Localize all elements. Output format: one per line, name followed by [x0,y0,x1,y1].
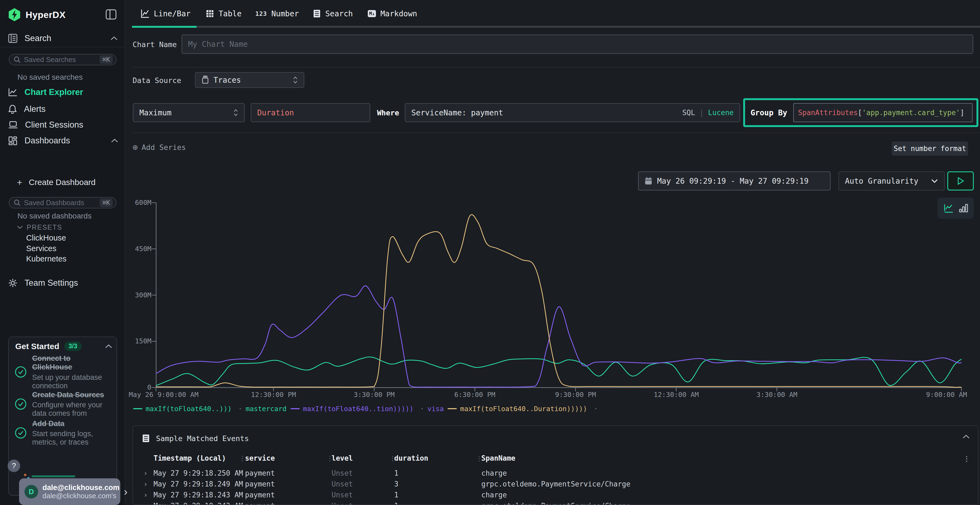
legend-item[interactable]: mastercard [245,405,286,413]
event-cell: charge [481,469,507,477]
column-resize-handle[interactable]: ⋮ [389,455,396,462]
database-icon [202,76,209,84]
set-number-format-button[interactable]: Set number format [892,141,968,156]
legend-item[interactable]: maxIf(toFloat640..))) [146,405,232,413]
expand-row-icon[interactable]: › [143,502,148,505]
user-menu[interactable]: D dale@clickhouse.com dale@clickhouse.co… [19,478,120,505]
date-range-input[interactable]: May 26 09:29:19 - May 27 09:29:19 [638,172,830,191]
tab-label: Line/Bar [154,9,191,18]
tab-line-bar[interactable]: Line/Bar [141,6,191,21]
column-resize-handle[interactable]: ⋮ [239,455,245,462]
event-row[interactable]: ›May 27 9:29:18.249 AMpaymentUnset3grpc.… [133,480,978,490]
search-icon [14,199,21,206]
calendar-icon [644,177,652,185]
run-query-button[interactable] [947,172,974,191]
chart-legend: maxIf(toFloat640..)))·mastercardmaxIf(to… [132,403,601,414]
event-cell: payment [245,502,275,505]
tab-underline-track [132,26,980,28]
x-tick-label: 6:30:00 PM [454,391,495,399]
x-tick-label: 12:30:00 AM [654,391,699,399]
tab-label: Table [219,9,242,18]
sidebar-item-team-settings[interactable]: Team Settings [8,276,78,289]
event-cell: Unset [332,469,353,477]
preset-kubernetes[interactable]: Kubernetes [26,253,67,264]
app-title: HyperDX [25,10,65,20]
chevron-up-icon[interactable] [111,138,118,143]
legend-item[interactable]: visa [427,405,444,413]
sidebar-item-search[interactable]: Search [8,32,118,44]
sidebar-item-dashboards[interactable]: Dashboards [8,134,118,147]
sidebar-item-alerts[interactable]: Alerts [8,103,118,116]
series-line-visa[interactable] [156,286,961,387]
event-row[interactable]: ›May 27 9:29:18.243 AMpaymentUnset1charg… [133,490,978,501]
checklist-item-datasources[interactable]: Create Data Sources Configure where your… [15,391,113,418]
column-header-service[interactable]: service [245,454,275,462]
expand-row-icon[interactable]: › [143,491,148,499]
aggregation-select[interactable]: Maximum [133,103,245,122]
tab-label: Markdown [380,9,417,18]
where-input[interactable]: ServiceName: payment SQL | Lucene [405,103,740,122]
avatar: D [24,485,38,499]
column-resize-handle[interactable]: ⋮ [476,455,482,462]
help-button[interactable]: ? [8,460,20,472]
event-cell: 1 [394,469,399,477]
expand-row-icon[interactable]: › [143,480,148,488]
expand-row-icon[interactable]: › [143,469,148,477]
column-header-timestamp-local-[interactable]: Timestamp (Local) [154,454,226,462]
preset-services[interactable]: Services [26,243,56,254]
no-saved-searches-text: No saved searches [18,73,83,82]
column-header-spanname[interactable]: SpanName [481,454,515,462]
granularity-select[interactable]: Auto Granularity [838,172,945,191]
preset-clickhouse[interactable]: ClickHouse [26,232,66,243]
saved-searches-input[interactable]: Saved Searches ⌘K [9,54,116,65]
collapse-events-icon[interactable] [963,435,970,439]
select-chevrons-icon [233,109,238,116]
presets-toggle[interactable]: PRESETS [17,222,62,232]
tab-markdown[interactable]: M↓ Markdown [368,6,417,21]
tab-active-indicator [132,26,197,28]
sidebar-item-client-sessions[interactable]: Client Sessions [8,118,118,132]
user-org: dale@clickhouse.com's [43,492,119,500]
bell-icon [8,105,17,114]
event-row[interactable]: ›May 27 9:29:18.243 AMpaymentUnset1grpc.… [133,501,978,505]
column-header-level[interactable]: level [332,454,353,462]
create-dashboard-button[interactable]: + Create Dashboard [17,176,95,188]
add-series-label: Add Series [142,143,186,152]
event-row[interactable]: ›May 27 9:29:18.250 AMpaymentUnset1charg… [133,468,978,480]
timeseries-chart[interactable] [156,203,961,393]
chart-name-input[interactable]: My Chart Name [181,35,973,54]
search-list-icon [313,9,321,18]
add-series-button[interactable]: ⊕ Add Series [132,141,186,154]
tab-search[interactable]: Search [313,6,353,21]
sample-matched-events-panel: Sample Matched Events Timestamp (Local)s… [132,425,978,505]
column-resize-handle[interactable]: ⋮ [327,455,333,462]
line-chart-icon [141,9,150,18]
where-value: ServiceName: payment [411,108,503,117]
event-cell: payment [245,469,275,477]
lucene-mode-button[interactable]: Lucene [708,108,733,117]
legend-item[interactable]: maxIf(toFloat640..tion))))) [303,405,414,413]
lang-divider: | [699,108,704,117]
chevron-up-icon[interactable] [105,344,112,349]
checklist-item-connect[interactable]: Connect to ClickHouse Set up your databa… [15,354,113,390]
tab-number[interactable]: 123 Number [255,6,299,21]
search-section-icon [8,34,18,43]
data-source-select[interactable]: Traces [195,72,304,88]
x-tick-label: 12:30:00 PM [251,391,296,399]
saved-dashboards-input[interactable]: Saved Dashboards ⌘K [9,197,116,208]
chevron-up-icon[interactable] [111,36,118,41]
column-header-duration[interactable]: duration [394,454,428,462]
aggregation-value: Maximum [139,108,172,117]
table-menu-icon[interactable]: ⋮ [963,455,970,463]
x-tick-label: 3:30:00 AM [757,391,798,399]
group-by-function: SpanAttributes [798,108,858,117]
legend-item[interactable]: maxIf(toFloat640..Duration))))) [460,405,587,413]
checklist-item-add-data[interactable]: Add Data Start sending logs, metrics, or… [15,419,113,446]
field-input[interactable]: Duration [251,103,370,122]
sidebar-item-chart-explorer[interactable]: Chart Explorer [8,86,118,99]
group-by-input[interactable]: SpanAttributes['app.payment.card_type'] [793,103,973,122]
divider [132,132,980,133]
tab-table[interactable]: Table [205,6,242,21]
collapse-sidebar-icon[interactable] [106,9,116,20]
sql-mode-button[interactable]: SQL [682,108,695,117]
